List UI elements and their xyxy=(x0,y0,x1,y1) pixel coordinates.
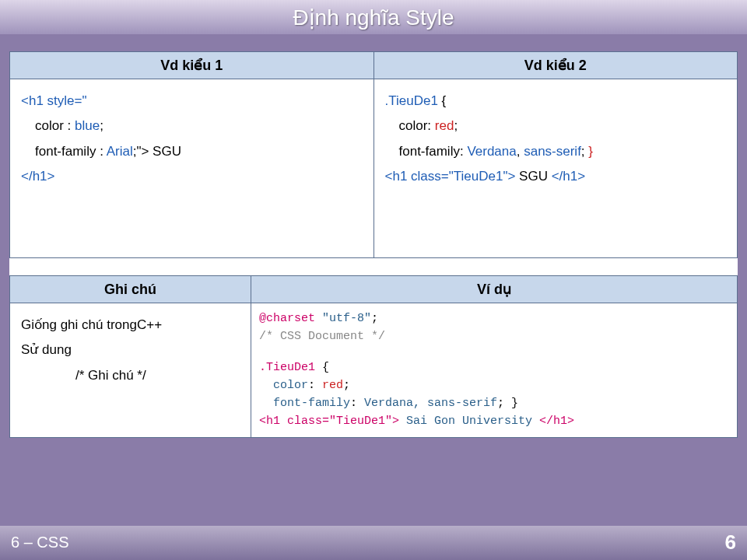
content-area: Vd kiểu 1 Vd kiểu 2 <h1 style=" color : … xyxy=(9,51,738,438)
spacer xyxy=(9,258,738,275)
t2-header-2: Ví dụ xyxy=(251,276,738,303)
t1-cell-1: <h1 style=" color : blue; font-family : … xyxy=(10,79,374,258)
footer-left: 6 – CSS xyxy=(11,534,68,551)
code-text: font-family : Arial;"> SGU xyxy=(21,139,181,164)
t2-cell-2: @charset "utf-8"; /* CSS Document */ .Ti… xyxy=(251,303,738,438)
code-text: font-family: Verdana, sans-serif; } xyxy=(385,139,594,164)
example-table-1: Vd kiểu 1 Vd kiểu 2 <h1 style=" color : … xyxy=(9,51,738,258)
code-text: .TieuDe1 { xyxy=(259,359,729,376)
slide-title: Định nghĩa Style xyxy=(293,5,454,30)
t1-cell-2: .TieuDe1 { color: red; font-family: Verd… xyxy=(374,79,738,258)
code-text: color : blue; xyxy=(21,114,103,138)
t2-cell-1: Giống ghi chú trongC++ Sử dung /* Ghi ch… xyxy=(10,303,251,438)
code-text: color: red; xyxy=(385,114,458,138)
code-text: <h1 class="TieuDe1"> SGU </h1> xyxy=(385,164,727,189)
t2-header-1: Ghi chú xyxy=(10,276,251,303)
code-text xyxy=(259,346,729,359)
code-text: <h1 style=" xyxy=(21,93,86,108)
page-number: 6 xyxy=(725,530,736,555)
code-text: </h1> xyxy=(21,169,55,184)
title-band: Định nghĩa Style xyxy=(0,0,747,34)
t1-header-2: Vd kiểu 2 xyxy=(374,52,738,79)
note-text: /* Ghi chú */ xyxy=(21,363,146,388)
code-text: /* CSS Document */ xyxy=(259,327,729,345)
t1-header-1: Vd kiểu 1 xyxy=(10,52,374,79)
note-text: Giống ghi chú trongC++ xyxy=(21,313,240,338)
example-table-2: Ghi chú Ví dụ Giống ghi chú trongC++ Sử … xyxy=(9,275,738,438)
code-text: .TieuDe1 { xyxy=(385,89,727,114)
code-text: @charset "utf-8"; xyxy=(259,310,729,327)
footer-band: 6 – CSS 6 xyxy=(0,526,747,560)
note-text: Sử dung xyxy=(21,338,240,362)
code-text: color: red; xyxy=(259,376,729,394)
code-text: <h1 class="TieuDe1"> Sai Gon University … xyxy=(259,412,729,430)
code-text: font-family: Verdana, sans-serif; } xyxy=(259,394,729,412)
